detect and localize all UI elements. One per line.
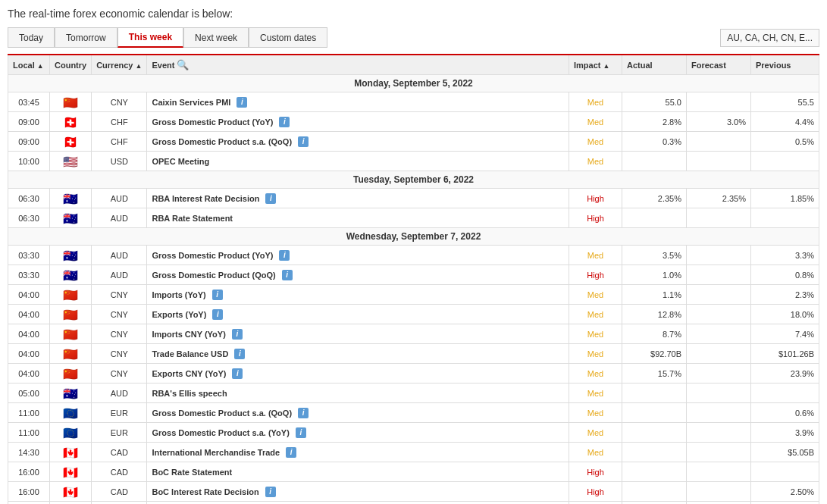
country-flag-icon: 🇨🇳 [63,347,78,358]
info-icon[interactable]: i [232,329,243,340]
cell-currency: AUD [92,208,147,228]
tab-this-week[interactable]: This week [117,27,183,48]
cell-previous [751,462,819,482]
info-icon[interactable]: i [265,193,276,204]
cell-local-time: 03:45 [8,92,50,112]
tab-bar: TodayTomorrowThis weekNext weekCustom da… [8,27,819,48]
info-icon[interactable]: i [279,250,290,261]
country-flag-icon: 🇦🇺 [63,387,78,397]
impact-value: Med [587,137,603,146]
cell-previous: 0.5% [751,132,819,152]
country-flag-icon: 🇨🇳 [63,367,78,377]
info-icon[interactable]: i [232,368,243,379]
day-header: Wednesday, September 7, 2022 [8,228,819,246]
event-name: Gross Domestic Product (YoY) [152,117,273,127]
info-icon[interactable]: i [279,117,290,127]
cell-country-flag: 🇦🇺 [50,383,92,403]
cell-country-flag: 🇦🇺 [50,246,92,265]
cell-currency: AUD [92,383,147,403]
cell-actual: 0.3% [622,132,687,152]
cell-country-flag: 🇨🇳 [50,92,92,112]
cell-forecast [687,344,751,364]
event-name: Gross Domestic Product (QoQ) [152,271,275,280]
cell-currency: CNY [92,324,147,344]
tab-group: TodayTomorrowThis weekNext weekCustom da… [8,27,327,48]
local-sort-arrow: ▲ [37,62,44,70]
cell-country-flag: 🇨🇳 [50,324,92,344]
cell-currency: EUR [92,403,147,423]
event-search-icon[interactable]: 🔍 [177,59,189,70]
info-icon[interactable]: i [212,290,223,300]
info-icon[interactable]: i [298,136,309,147]
tab-custom-dates[interactable]: Custom dates [249,27,327,48]
col-header-impact[interactable]: Impact ▲ [569,55,622,75]
cell-previous [751,208,819,228]
col-header-local[interactable]: Local ▲ [8,55,50,75]
cell-country-flag: 🇺🇸 [50,152,92,171]
col-header-previous: Previous [751,55,819,75]
cell-event: Exports (YoY)i [147,305,569,324]
cell-local-time: 10:00 [8,152,50,171]
cell-country-flag: 🇪🇺 [50,423,92,443]
cell-event: Gross Domestic Product s.a. (QoQ)i [147,132,569,152]
table-row: 10:00🇺🇸USDOPEC MeetingMed [8,152,819,171]
cell-impact: Med [569,423,622,443]
info-icon[interactable]: i [237,97,247,108]
cell-event: Gross Domestic Product s.a. (YoY)i [147,423,569,443]
cell-local-time: 06:30 [8,208,50,228]
cell-currency: CHF [92,132,147,152]
cell-event: RBA's Ellis speech [147,383,569,403]
impact-value: Med [587,369,603,378]
cell-country-flag: 🇨🇭 [50,132,92,152]
table-row: 03:30🇦🇺AUDGross Domestic Product (YoY)iM… [8,246,819,265]
impact-value: Med [587,330,603,339]
cell-actual [622,403,687,423]
event-name: Gross Domestic Product s.a. (YoY) [152,428,289,437]
cell-previous [751,502,819,505]
tab-tomorrow[interactable]: Tomorrow [55,27,117,48]
cell-currency: EUR [92,423,147,443]
cell-currency: CHF [92,112,147,132]
cell-local-time: 16:00 [8,462,50,482]
cell-local-time: 16:00 [8,482,50,502]
info-icon[interactable]: i [234,349,245,359]
cell-forecast [687,265,751,285]
country-flag-icon: 🇦🇺 [63,192,78,202]
info-icon[interactable]: i [296,427,306,438]
table-row: 03:30🇦🇺AUDGross Domestic Product (QoQ)iH… [8,265,819,285]
cell-country-flag: 🇨🇳 [50,285,92,305]
event-name: Gross Domestic Product s.a. (QoQ) [152,409,292,418]
cell-forecast [687,443,751,462]
cell-forecast [687,285,751,305]
table-row: 04:00🇨🇳CNYExports CNY (YoY)iMed15.7%23.9… [8,364,819,383]
info-icon[interactable]: i [286,447,296,458]
event-name: RBA Rate Statement [152,214,233,223]
impact-value: High [587,468,604,477]
info-icon[interactable]: i [212,309,223,320]
info-icon[interactable]: i [282,270,293,280]
cell-event: Fed's Beige Book [147,502,569,505]
cell-currency: CNY [92,305,147,324]
cell-actual: 8.7% [622,324,687,344]
table-row: 04:00🇨🇳CNYExports (YoY)iMed12.8%18.0% [8,305,819,324]
cell-actual: 12.8% [622,305,687,324]
cell-currency: USD [92,152,147,171]
table-row: 14:30🇨🇦CADInternational Merchandise Trad… [8,443,819,462]
cell-currency: AUD [92,265,147,285]
cell-local-time: 11:00 [8,423,50,443]
col-header-currency[interactable]: Currency ▲ [92,55,147,75]
country-flag-icon: 🇨🇳 [63,95,78,106]
table-header-row: Local ▲ Country Currency ▲ Event 🔍 Impac… [8,55,819,75]
page-container: The real-time forex economic calendar is… [0,0,827,504]
info-icon[interactable]: i [298,408,309,418]
country-filter[interactable]: AU, CA, CH, CN, E... [720,29,819,47]
cell-local-time: 20:00 [8,502,50,505]
info-icon[interactable]: i [265,487,276,497]
cell-impact: Med [569,443,622,462]
tab-next-week[interactable]: Next week [183,27,249,48]
country-flag-icon: 🇨🇦 [63,446,78,456]
tab-today[interactable]: Today [8,27,55,48]
cell-local-time: 09:00 [8,112,50,132]
cell-country-flag: 🇪🇺 [50,403,92,423]
cell-previous [751,383,819,403]
